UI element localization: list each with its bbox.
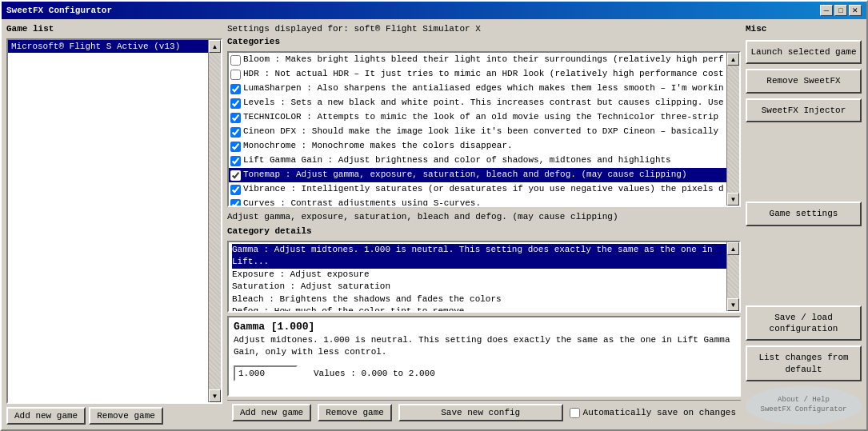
detail-line: Exposure : Adjust exposure [232, 269, 736, 281]
category-checkbox[interactable] [230, 199, 241, 207]
window-title: SweetFX Configurator [6, 6, 112, 15]
category-checkbox[interactable] [230, 98, 241, 109]
category-checkbox[interactable] [230, 113, 241, 123]
center-panel: Settings displayed for: soft® Flight Sim… [227, 24, 741, 425]
category-checkbox[interactable] [230, 70, 241, 80]
detail-line: Bleach : Brightens the shadows and fades… [232, 293, 736, 305]
values-row: Values : 0.000 to 2.000 [229, 362, 739, 385]
save-config-button[interactable]: Save new config [398, 404, 563, 421]
right-panel: Misc Launch selected game Remove SweetFX… [746, 24, 862, 425]
selected-item-title: Gamma [1.000] [229, 317, 739, 334]
minimize-button[interactable]: ─ [820, 5, 833, 16]
det-scrollbar-track [727, 255, 739, 298]
category-checkbox[interactable] [230, 55, 241, 66]
misc-label: Misc [746, 24, 862, 34]
category-item[interactable]: Bloom : Makes bright lights bleed their … [229, 53, 739, 67]
category-item[interactable]: Tonemap : Adjust gamma, exposure, satura… [229, 168, 739, 182]
category-item[interactable]: HDR : Not actual HDR – It just tries to … [229, 67, 739, 82]
add-game-bottom-button[interactable]: Add new game [232, 404, 311, 421]
selected-panel: Gamma [1.000] Adjust midtones. 1.000 is … [227, 316, 741, 397]
category-item[interactable]: Curves : Contrast adjustments using S-cu… [229, 197, 739, 207]
details-content: Gamma : Adjust midtones. 1.000 is neutra… [229, 242, 739, 313]
cat-scroll-down[interactable]: ▼ [727, 193, 739, 206]
scrollbar-track [209, 53, 221, 389]
cat-scrollbar-track [727, 66, 739, 193]
auto-save-label: Automatically save on changes [570, 408, 736, 418]
auto-save-checkbox[interactable] [570, 408, 580, 418]
categories-list: Bloom : Makes bright lights bleed their … [229, 53, 739, 207]
game-list-panel: Game list Microsoft® Flight S Active (v1… [6, 24, 222, 425]
save-load-button[interactable]: Save / loadconfiguration [746, 305, 862, 341]
game-list-item[interactable]: Microsoft® Flight S Active (v13) [8, 40, 221, 53]
category-item[interactable]: Vibrance : Intelligently saturates (or d… [229, 182, 739, 197]
category-checkbox[interactable] [230, 185, 241, 195]
category-checkbox[interactable] [230, 142, 241, 152]
launch-game-button[interactable]: Launch selected game [746, 40, 862, 64]
description-box: Adjust gamma, exposure, saturation, blea… [227, 210, 741, 223]
category-item[interactable]: LumaSharpen : Also sharpens the antialia… [229, 82, 739, 96]
remove-game-bottom-button[interactable]: Remove game [318, 404, 392, 421]
cat-details-label: Category details [227, 226, 741, 236]
det-scroll-up[interactable]: ▲ [727, 242, 739, 255]
category-item[interactable]: TECHNICOLOR : Attempts to mimic the look… [229, 110, 739, 125]
details-scrollbar: ▲ ▼ [726, 242, 739, 311]
list-changes-button[interactable]: List changes fromdefault [746, 345, 862, 381]
category-checkbox[interactable] [230, 127, 241, 138]
add-game-button[interactable]: Add new game [6, 407, 86, 425]
remove-game-button[interactable]: Remove game [89, 407, 163, 425]
categories-scrollbar: ▲ ▼ [726, 53, 739, 206]
details-box: Gamma : Adjust midtones. 1.000 is neutra… [227, 241, 741, 313]
category-item[interactable]: Levels : Sets a new black and white poin… [229, 96, 739, 110]
watermark-area: About / Help SweetFX Configurator [746, 386, 862, 425]
det-scroll-down[interactable]: ▼ [727, 298, 739, 311]
scroll-up-button[interactable]: ▲ [209, 40, 221, 53]
category-item[interactable]: Lift Gamma Gain : Adjust brightness and … [229, 154, 739, 168]
categories-box: Bloom : Makes bright lights bleed their … [227, 51, 741, 207]
category-checkbox[interactable] [230, 170, 241, 181]
value-input[interactable] [234, 365, 298, 381]
game-settings-button[interactable]: Game settings [746, 202, 862, 225]
remove-sweetfx-button[interactable]: Remove SweetFX [746, 69, 862, 93]
title-bar: SweetFX Configurator ─ □ ✕ [2, 2, 866, 19]
category-checkbox[interactable] [230, 156, 241, 166]
categories-label: Categories [227, 37, 741, 46]
detail-line: Gamma : Adjust midtones. 1.000 is neutra… [232, 244, 736, 269]
game-list-scrollbar: ▲ ▼ [208, 40, 221, 402]
auto-save-text: Automatically save on changes [583, 408, 736, 417]
watermark-text: About / Help SweetFX Configurator [760, 396, 846, 414]
game-list-buttons: Add new game Remove game [6, 407, 222, 425]
main-window: SweetFX Configurator ─ □ ✕ Game list Mic… [0, 0, 868, 431]
cat-scroll-up[interactable]: ▲ [727, 53, 739, 66]
settings-header: Settings displayed for: soft® Flight Sim… [227, 24, 741, 34]
main-content: Game list Microsoft® Flight S Active (v1… [2, 19, 866, 429]
game-list-label: Game list [6, 24, 222, 34]
scroll-down-button[interactable]: ▼ [209, 389, 221, 402]
selected-item-desc: Adjust midtones. 1.000 is neutral. This … [229, 334, 739, 362]
category-checkbox[interactable] [230, 84, 241, 94]
close-button[interactable]: ✕ [849, 5, 862, 16]
maximize-button[interactable]: □ [834, 5, 847, 16]
category-item[interactable]: Cineon DFX : Should make the image look … [229, 125, 739, 139]
sweetfx-injector-button[interactable]: SweetFX Injector [746, 98, 862, 122]
values-range: Values : 0.000 to 2.000 [314, 369, 435, 378]
game-list-box: Microsoft® Flight S Active (v13) ▲ ▼ [6, 38, 222, 404]
category-item[interactable]: Monochrome : Monochrome makes the colors… [229, 139, 739, 154]
window-controls: ─ □ ✕ [820, 5, 862, 16]
bottom-bar: Add new game Remove game Save new config… [227, 400, 741, 425]
detail-line: Saturation : Adjust saturation [232, 281, 736, 293]
detail-line: Defog : How much of the color tint to re… [232, 305, 736, 313]
